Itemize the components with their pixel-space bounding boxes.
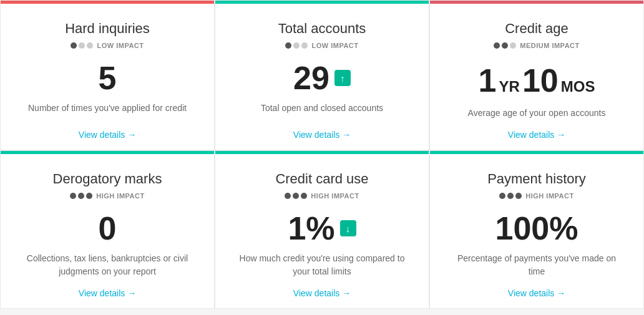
dot-empty: [293, 42, 300, 49]
dot-filled: [71, 42, 77, 49]
dot-empty: [79, 42, 85, 49]
impact-row: LOW IMPACT: [71, 42, 144, 49]
card-top-bar: [430, 151, 643, 154]
card-top-bar: [1, 151, 214, 154]
dot-filled: [301, 193, 307, 199]
value-row: 29↑: [293, 62, 351, 94]
view-details-link[interactable]: View details →: [79, 120, 136, 140]
impact-label: HIGH IMPACT: [96, 192, 144, 200]
impact-dots: [499, 193, 522, 199]
age-years-num: 1: [479, 62, 497, 99]
card-top-bar: [430, 1, 643, 4]
dot-filled: [70, 193, 76, 199]
dot-filled: [285, 42, 291, 49]
impact-dots: [71, 42, 93, 49]
value-row: 100%: [495, 212, 578, 245]
impact-row: LOW IMPACT: [285, 42, 358, 49]
impact-label: MEDIUM IMPACT: [520, 42, 580, 49]
card-description: Collections, tax liens, bankruptcies or …: [16, 252, 199, 278]
credit-age-value: 1YR10MOS: [479, 62, 595, 99]
card-value: 1%: [288, 212, 334, 245]
card-title: Total accounts: [278, 21, 366, 37]
age-years-unit: YR: [499, 78, 520, 95]
card-credit-card-use: Credit card useHIGH IMPACT1%↓How much cr…: [215, 150, 429, 309]
impact-label: HIGH IMPACT: [311, 192, 359, 200]
view-details-link[interactable]: View details →: [293, 120, 351, 140]
card-top-bar: [1, 1, 214, 4]
view-details-link[interactable]: View details →: [508, 278, 565, 298]
dot-empty: [87, 42, 93, 49]
card-top-bar: [215, 151, 429, 154]
impact-dots: [285, 42, 308, 49]
card-credit-age: Credit ageMEDIUM IMPACT1YR10MOSAverage a…: [429, 0, 644, 150]
card-top-bar: [215, 1, 429, 4]
badge-up-icon: ↑: [334, 70, 351, 86]
cards-grid: Hard inquiriesLOW IMPACT5Number of times…: [0, 0, 644, 309]
card-title: Payment history: [487, 171, 586, 187]
card-value: 5: [99, 62, 117, 94]
impact-dots: [70, 193, 92, 199]
dot-filled: [86, 193, 92, 199]
view-details-link[interactable]: View details →: [508, 120, 565, 140]
card-value: 29: [293, 62, 329, 94]
impact-row: MEDIUM IMPACT: [494, 42, 580, 49]
value-row: 1%↓: [288, 212, 356, 245]
impact-label: HIGH IMPACT: [525, 192, 573, 200]
card-title: Credit card use: [275, 171, 368, 187]
age-months-num: 10: [522, 62, 559, 99]
dot-filled: [78, 193, 84, 199]
dot-filled: [502, 42, 508, 49]
card-title: Credit age: [505, 21, 568, 37]
card-hard-inquiries: Hard inquiriesLOW IMPACT5Number of times…: [0, 0, 215, 150]
card-description: Total open and closed accounts: [255, 102, 389, 115]
dot-empty: [301, 42, 308, 49]
card-value: 100%: [495, 212, 578, 245]
card-description: Percentage of payments you've made on ti…: [445, 252, 628, 278]
dot-filled: [507, 193, 514, 199]
card-derogatory-marks: Derogatory marksHIGH IMPACT0Collections,…: [0, 150, 215, 309]
card-title: Derogatory marks: [53, 171, 162, 187]
impact-label: LOW IMPACT: [97, 42, 144, 49]
dot-empty: [510, 42, 516, 49]
dot-filled: [515, 193, 522, 199]
badge-down-icon: ↓: [340, 220, 356, 236]
impact-dots: [494, 42, 516, 49]
impact-row: HIGH IMPACT: [70, 192, 144, 200]
view-details-link[interactable]: View details →: [293, 278, 351, 298]
card-title: Hard inquiries: [65, 21, 150, 37]
dot-filled: [494, 42, 500, 49]
impact-row: HIGH IMPACT: [499, 192, 573, 200]
card-description: Average age of your open accounts: [462, 107, 612, 120]
card-description: Number of times you've applied for credi…: [22, 102, 193, 115]
age-months-unit: MOS: [561, 78, 595, 95]
dot-filled: [293, 193, 299, 199]
dot-filled: [499, 193, 505, 199]
value-row: 1YR10MOS: [479, 62, 595, 99]
impact-dots: [285, 193, 307, 199]
card-value: 0: [99, 212, 117, 245]
card-total-accounts: Total accountsLOW IMPACT29↑Total open an…: [215, 0, 429, 150]
view-details-link[interactable]: View details →: [79, 278, 136, 298]
dot-filled: [285, 193, 291, 199]
impact-label: LOW IMPACT: [311, 42, 358, 49]
card-description: How much credit you're using compared to…: [230, 252, 414, 278]
impact-row: HIGH IMPACT: [285, 192, 359, 200]
card-payment-history: Payment historyHIGH IMPACT100%Percentage…: [429, 150, 644, 309]
value-row: 0: [99, 212, 117, 245]
value-row: 5: [99, 62, 117, 94]
